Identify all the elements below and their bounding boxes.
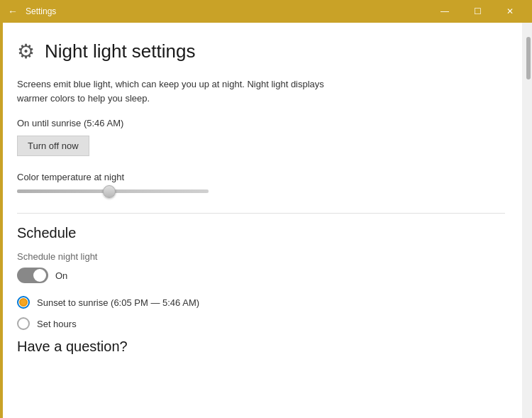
schedule-title: Schedule [17, 225, 505, 241]
close-button[interactable]: ✕ [494, 0, 526, 23]
titlebar-controls: — ☐ ✕ [428, 0, 526, 23]
scrollbar-thumb[interactable] [526, 37, 531, 79]
have-question-heading: Have a question? [17, 339, 505, 355]
back-icon: ← [8, 6, 18, 17]
page-title: Night light settings [45, 40, 195, 62]
radio-option-sunset[interactable]: Sunset to sunrise (6:05 PM — 5:46 AM) [17, 296, 505, 309]
maximize-button[interactable]: ☐ [461, 0, 494, 23]
toggle-knob [33, 269, 46, 282]
slider-thumb[interactable] [103, 185, 116, 198]
turn-off-button[interactable]: Turn off now [17, 136, 89, 156]
description-text: Screens emit blue light, which can keep … [17, 77, 329, 105]
radio-circle-sunset [17, 296, 30, 309]
status-text: On until sunrise (5:46 AM) [17, 118, 505, 128]
titlebar-left: ← Settings [6, 4, 56, 18]
titlebar: ← Settings — ☐ ✕ [0, 0, 532, 23]
content-area: ⚙ Night light settings Screens emit blue… [3, 23, 522, 418]
main-layout: ⚙ Night light settings Screens emit blue… [0, 23, 532, 418]
color-temp-slider-container [17, 189, 505, 193]
radio-text-sunset: Sunset to sunrise (6:05 PM — 5:46 AM) [37, 297, 199, 308]
color-temp-label: Color temperature at night [17, 172, 505, 182]
schedule-night-light-label: Schedule night light [17, 251, 505, 262]
toggle-row: On [17, 268, 505, 283]
radio-circle-set-hours [17, 317, 30, 330]
radio-text-set-hours: Set hours [37, 319, 77, 329]
minimize-button[interactable]: — [428, 0, 461, 23]
scrollbar-area[interactable] [522, 23, 532, 418]
schedule-toggle[interactable] [17, 268, 48, 283]
back-button[interactable]: ← [6, 4, 20, 18]
page-header: ⚙ Night light settings [17, 40, 505, 63]
toggle-label: On [55, 270, 67, 281]
divider [17, 213, 505, 214]
radio-option-set-hours[interactable]: Set hours [17, 317, 505, 330]
titlebar-title: Settings [26, 6, 56, 16]
gear-icon: ⚙ [17, 40, 35, 63]
slider-track[interactable] [17, 189, 209, 193]
